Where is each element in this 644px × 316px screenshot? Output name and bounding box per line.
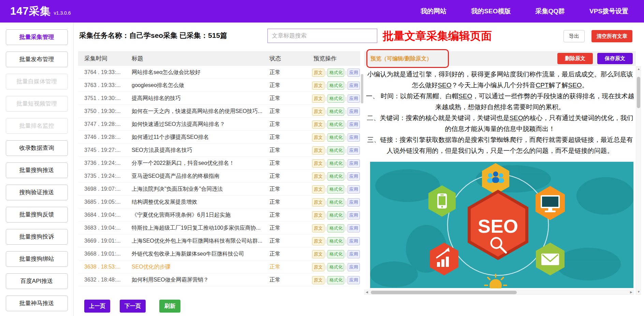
action-apply[interactable]: 应用 — [348, 237, 360, 245]
action-format[interactable]: 格式化 — [327, 133, 344, 142]
action-original[interactable]: 原文 — [312, 120, 324, 129]
nav-item[interactable]: 我的网站 — [421, 7, 447, 16]
action-original[interactable]: 原文 — [312, 198, 324, 206]
sidebar-item[interactable]: 批量搜狗推送 — [6, 162, 68, 178]
action-format[interactable]: 格式化 — [327, 276, 344, 284]
table-row[interactable]: 3745 . 19:27:...SEO方法及提高排名技巧正常原文|格式化|应用 — [78, 144, 360, 157]
action-format[interactable]: 格式化 — [327, 172, 344, 181]
action-apply[interactable]: 应用 — [348, 250, 360, 258]
nav-item[interactable]: 采集QQ群 — [535, 7, 565, 16]
scroll-left-icon[interactable]: ◀ — [366, 291, 368, 294]
action-apply[interactable]: 应用 — [348, 224, 360, 232]
sidebar-item[interactable]: 搜狗验证推送 — [6, 185, 68, 200]
action-apply[interactable]: 应用 — [348, 107, 360, 116]
search-input[interactable] — [267, 29, 377, 43]
action-original[interactable]: 原文 — [312, 172, 324, 181]
clear-all-button[interactable]: 清空所有文章 — [591, 30, 632, 42]
row-title: 特斯拉上海超级工厂19日复工推动100多家供应商协... — [132, 221, 267, 234]
sidebar-item[interactable]: 批量搜狗投诉 — [6, 229, 68, 245]
table-row[interactable]: 3747 . 19:28:...如何快速通过SEO方法提高网站排名？正常原文|格… — [78, 118, 360, 131]
delete-original-button[interactable]: 删除原文 — [557, 53, 593, 64]
action-original[interactable]: 原文 — [312, 146, 324, 155]
scroll-right-icon[interactable]: ▶ — [630, 291, 632, 294]
nav-item[interactable]: 我的SEO模版 — [471, 7, 511, 16]
action-apply[interactable]: 应用 — [348, 69, 360, 77]
table-row[interactable]: 3684 . 19:04:...《宁夏优化营商环境条例》6月1日起实施正常原文|… — [78, 209, 360, 221]
action-format[interactable]: 格式化 — [327, 82, 344, 90]
table-row[interactable]: 3669 . 19:01:...上海SEO优化外包上海牛巨微网络科技有限公司站群… — [78, 234, 360, 247]
table-row[interactable]: 3746 . 19:28:...如何通过11个步骤提高SEO排名正常原文|格式化… — [78, 131, 360, 144]
table-row[interactable]: 3698 . 19:07:...上海法院判决"负面压制业务"合同违法正常原文|格… — [78, 183, 360, 196]
action-original[interactable]: 原文 — [312, 69, 324, 77]
nav-item[interactable]: VPS拨号设置 — [589, 7, 628, 16]
action-apply[interactable]: 应用 — [348, 211, 360, 219]
action-format[interactable]: 格式化 — [327, 185, 344, 193]
action-format[interactable]: 格式化 — [327, 237, 344, 245]
action-original[interactable]: 原文 — [312, 82, 324, 90]
action-apply[interactable]: 应用 — [348, 172, 360, 181]
hscroll-thumb[interactable] — [371, 291, 517, 294]
scroll-up-icon[interactable]: ▲ — [637, 68, 640, 71]
action-original[interactable]: 原文 — [312, 211, 324, 219]
action-separator: | — [345, 277, 346, 283]
action-format[interactable]: 格式化 — [327, 159, 344, 168]
sidebar-item[interactable]: 批量神马推送 — [6, 296, 68, 311]
action-format[interactable]: 格式化 — [327, 263, 344, 271]
action-apply[interactable]: 应用 — [348, 146, 360, 155]
action-original[interactable]: 原文 — [312, 95, 324, 103]
sidebar-item[interactable]: 收录数据查询 — [6, 140, 68, 156]
action-original[interactable]: 原文 — [312, 250, 324, 258]
prev-page-button[interactable]: 上一页 — [84, 300, 110, 313]
action-format[interactable]: 格式化 — [327, 224, 344, 232]
action-original[interactable]: 原文 — [312, 276, 324, 284]
action-apply[interactable]: 应用 — [348, 159, 360, 168]
sidebar-item[interactable]: 批量采集管理 — [6, 29, 68, 45]
next-page-button[interactable]: 下一页 — [120, 300, 146, 313]
refresh-button[interactable]: 刷新 — [159, 300, 180, 313]
table-row[interactable]: 3683 . 19:04:...特斯拉上海超级工厂19日复工推动100多家供应商… — [78, 221, 360, 234]
action-format[interactable]: 格式化 — [327, 146, 344, 155]
action-original[interactable]: 原文 — [312, 224, 324, 232]
action-format[interactable]: 格式化 — [327, 107, 344, 116]
action-original[interactable]: 原文 — [312, 263, 324, 271]
sidebar-item[interactable]: 批量搜狗绑站 — [6, 251, 68, 267]
action-apply[interactable]: 应用 — [348, 198, 360, 206]
action-format[interactable]: 格式化 — [327, 69, 344, 77]
table-row[interactable]: 3685 . 19:05:...结构调整优化发展提质增效正常原文|格式化|应用 — [78, 196, 360, 209]
table-row[interactable]: 3764 . 19:33:...网站排名seo怎么做会比较好正常原文|格式化|应… — [78, 66, 360, 79]
table-row[interactable]: 3750 . 19:30:...如何在一天之内，快速提高网站排名的使用SEO技巧… — [78, 105, 360, 118]
sidebar-item[interactable]: 百度API推送 — [6, 273, 68, 289]
action-original[interactable]: 原文 — [312, 237, 324, 245]
table-row[interactable]: 3668 . 19:01:...外链代发包收录上海新媒体seo牛巨微科技公司正常… — [78, 247, 360, 260]
action-format[interactable]: 格式化 — [327, 120, 344, 129]
scroll-down-icon[interactable]: ▼ — [637, 290, 640, 293]
action-original[interactable]: 原文 — [312, 159, 324, 168]
action-apply[interactable]: 应用 — [348, 133, 360, 142]
action-apply[interactable]: 应用 — [348, 95, 360, 103]
table-row[interactable]: 3736 . 19:24:...分享一个2022新风口，抖音seo优化排名！正常… — [78, 157, 360, 170]
table-row[interactable]: 3632 . 18:48:...如何利用SEO做全网霸屏营销？正常原文|格式化|… — [78, 273, 360, 286]
action-apply[interactable]: 应用 — [348, 276, 360, 284]
action-original[interactable]: 原文 — [312, 107, 324, 116]
table-row[interactable]: 3735 . 19:24:...亚马逊SEO提高产品排名的终极指南正常原文|格式… — [78, 170, 360, 183]
action-apply[interactable]: 应用 — [348, 263, 360, 271]
action-format[interactable]: 格式化 — [327, 198, 344, 206]
action-original[interactable]: 原文 — [312, 133, 324, 142]
action-format[interactable]: 格式化 — [327, 211, 344, 219]
action-format[interactable]: 格式化 — [327, 95, 344, 103]
export-button[interactable]: 导出 — [564, 30, 585, 42]
sidebar-item[interactable]: 批量发布管理 — [6, 52, 68, 67]
action-apply[interactable]: 应用 — [348, 185, 360, 193]
table-row[interactable]: 3751 . 19:30:...提高网站排名的技巧正常原文|格式化|应用 — [78, 92, 360, 105]
action-original[interactable]: 原文 — [312, 185, 324, 193]
table-row[interactable]: 3763 . 19:33:...googleseo排名怎么做正常原文|格式化|应… — [78, 79, 360, 92]
vscroll-thumb[interactable] — [637, 77, 640, 108]
save-original-button[interactable]: 保存原文 — [597, 53, 633, 64]
sidebar-item[interactable]: 批量搜狗反馈 — [6, 207, 68, 222]
table-scrollbar[interactable] — [361, 74, 363, 103]
row-time: 3638 . 18:53:... — [84, 260, 121, 273]
table-row[interactable]: 3638 . 18:53:...SEO优化的步骤正常原文|格式化|应用 — [78, 260, 360, 273]
action-format[interactable]: 格式化 — [327, 250, 344, 258]
action-apply[interactable]: 应用 — [348, 82, 360, 90]
action-apply[interactable]: 应用 — [348, 120, 360, 129]
